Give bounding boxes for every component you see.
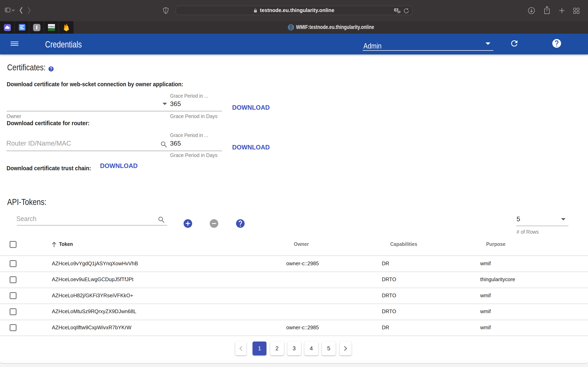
svg-text:USDA: USDA: [48, 25, 54, 28]
